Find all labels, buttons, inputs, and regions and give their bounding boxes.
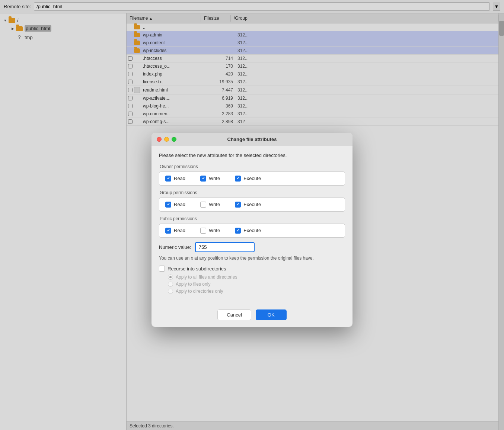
group-write-item[interactable]: Write <box>200 202 220 208</box>
dialog-description: Please select the new attributes for the… <box>159 152 345 159</box>
numeric-label: Numeric value: <box>159 244 191 250</box>
public-permissions-box: Read Write Execute <box>159 224 345 238</box>
group-execute-label: Execute <box>243 202 261 207</box>
owner-read-item[interactable]: Read <box>165 176 185 182</box>
modal-overlay: Change file attributes Please select the… <box>0 0 504 430</box>
group-read-item[interactable]: Read <box>165 202 185 208</box>
dialog-body: Please select the new attributes for the… <box>151 146 353 306</box>
public-permissions-section: Public permissions Read Write Execute <box>159 216 345 238</box>
public-permissions-label: Public permissions <box>159 216 345 221</box>
radio-item-all[interactable]: Apply to all files and directories <box>168 275 345 280</box>
group-write-label: Write <box>209 202 220 207</box>
public-read-item[interactable]: Read <box>165 228 185 234</box>
dialog-title: Change file attributes <box>157 137 347 142</box>
group-read-label: Read <box>174 202 185 207</box>
ok-button[interactable]: OK <box>256 309 287 320</box>
dialog: Change file attributes Please select the… <box>151 133 353 327</box>
group-read-checkbox[interactable] <box>165 202 171 208</box>
public-read-label: Read <box>174 228 185 233</box>
owner-permissions-box: Read Write Execute <box>159 171 345 186</box>
owner-execute-checkbox[interactable] <box>235 176 241 182</box>
public-execute-checkbox[interactable] <box>235 228 241 234</box>
dialog-titlebar: Change file attributes <box>151 133 353 146</box>
radio-label-all: Apply to all files and directories <box>176 275 237 280</box>
owner-read-checkbox[interactable] <box>165 176 171 182</box>
public-write-checkbox[interactable] <box>200 228 206 234</box>
owner-read-label: Read <box>174 176 185 181</box>
group-execute-item[interactable]: Execute <box>235 202 261 208</box>
group-permissions-box: Read Write Execute <box>159 198 345 212</box>
radio-label-files: Apply to files only <box>176 282 210 287</box>
hint-text: You can use an x at any position to keep… <box>159 255 345 261</box>
public-execute-item[interactable]: Execute <box>235 228 261 234</box>
public-execute-label: Execute <box>243 228 261 233</box>
public-write-label: Write <box>209 228 220 233</box>
cancel-button[interactable]: Cancel <box>217 309 251 320</box>
dialog-buttons: Cancel OK <box>151 306 353 327</box>
public-read-checkbox[interactable] <box>165 228 171 234</box>
group-execute-checkbox[interactable] <box>235 202 241 208</box>
radio-item-files[interactable]: Apply to files only <box>168 282 345 287</box>
group-permissions-section: Group permissions Read Write Execute <box>159 190 345 212</box>
numeric-row: Numeric value: <box>159 242 345 252</box>
owner-write-checkbox[interactable] <box>200 176 206 182</box>
owner-write-item[interactable]: Write <box>200 176 220 182</box>
radio-group: Apply to all files and directories Apply… <box>168 275 345 294</box>
recurse-row[interactable]: Recurse into subdirectories <box>159 266 345 272</box>
owner-permissions-label: Owner permissions <box>159 164 345 169</box>
group-permissions-label: Group permissions <box>159 190 345 195</box>
radio-circle-all[interactable] <box>168 275 173 280</box>
owner-permissions-section: Owner permissions Read Write Execute <box>159 164 345 186</box>
owner-execute-item[interactable]: Execute <box>235 176 261 182</box>
recurse-label: Recurse into subdirectories <box>168 266 226 272</box>
recurse-checkbox[interactable] <box>159 266 165 272</box>
radio-circle-files[interactable] <box>168 282 173 287</box>
radio-circle-dirs[interactable] <box>168 289 173 294</box>
group-write-checkbox[interactable] <box>200 202 206 208</box>
owner-write-label: Write <box>209 176 220 181</box>
radio-item-dirs[interactable]: Apply to directories only <box>168 289 345 294</box>
owner-execute-label: Execute <box>243 176 261 181</box>
numeric-input[interactable] <box>195 242 255 252</box>
public-write-item[interactable]: Write <box>200 228 220 234</box>
radio-label-dirs: Apply to directories only <box>176 289 223 294</box>
